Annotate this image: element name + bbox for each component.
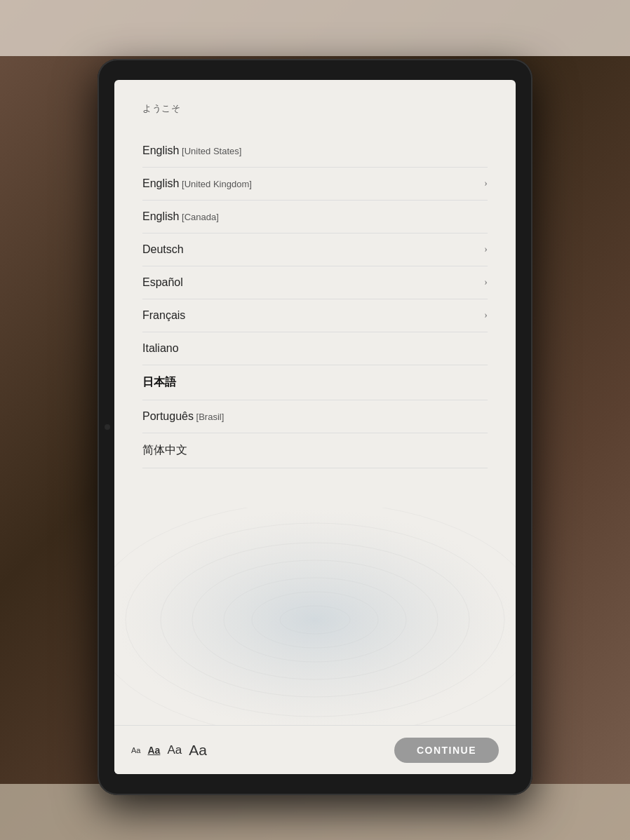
- language-item-es[interactable]: Español›: [142, 266, 488, 299]
- cloth-texture-top: [0, 0, 630, 56]
- language-name-en-ca: English [Canada]: [142, 210, 219, 223]
- bottom-bar: AaAaAaAa CONTINUE: [114, 725, 516, 774]
- font-size-option-3[interactable]: Aa: [189, 742, 207, 759]
- language-name-fr: Français: [142, 309, 185, 322]
- language-item-it[interactable]: Italiano: [142, 332, 488, 365]
- chevron-icon: ›: [484, 178, 488, 189]
- font-size-option-2[interactable]: Aa: [167, 743, 182, 757]
- language-item-zh-cn[interactable]: 简体中文: [142, 433, 488, 468]
- language-item-pt-br[interactable]: Português [Brasil]: [142, 400, 488, 433]
- font-size-option-0[interactable]: Aa: [131, 746, 140, 754]
- language-name-en-us: English [United States]: [142, 144, 241, 157]
- language-list: English [United States]English [United K…: [142, 135, 488, 468]
- continue-button[interactable]: CONTINUE: [394, 738, 499, 763]
- language-name-en-uk: English [United Kingdom]: [142, 177, 252, 190]
- language-item-ja[interactable]: 日本語: [142, 365, 488, 400]
- font-size-options: AaAaAaAa: [131, 742, 207, 759]
- language-name-de: Deutsch: [142, 243, 184, 256]
- language-name-it: Italiano: [142, 342, 179, 355]
- language-item-fr[interactable]: Français›: [142, 299, 488, 332]
- language-item-en-ca[interactable]: English [Canada]: [142, 201, 488, 233]
- language-name-ja: 日本語: [142, 375, 176, 390]
- tablet-sensor: [105, 424, 110, 430]
- language-item-en-uk[interactable]: English [United Kingdom]›: [142, 168, 488, 201]
- tablet-device: ようこそ English [United States]English [Uni…: [98, 59, 532, 795]
- welcome-title: ようこそ: [142, 102, 488, 115]
- language-item-de[interactable]: Deutsch›: [142, 233, 488, 266]
- language-name-es: Español: [142, 276, 183, 289]
- content-area: ようこそ English [United States]English [Uni…: [114, 80, 516, 725]
- chevron-icon: ›: [484, 244, 488, 255]
- chevron-icon: ›: [484, 277, 488, 288]
- language-item-en-us[interactable]: English [United States]: [142, 135, 488, 168]
- language-name-zh-cn: 简体中文: [142, 443, 187, 458]
- chevron-icon: ›: [484, 310, 488, 321]
- font-size-option-1[interactable]: Aa: [147, 745, 160, 756]
- language-name-pt-br: Português [Brasil]: [142, 410, 224, 423]
- tablet-screen: ようこそ English [United States]English [Uni…: [114, 80, 516, 774]
